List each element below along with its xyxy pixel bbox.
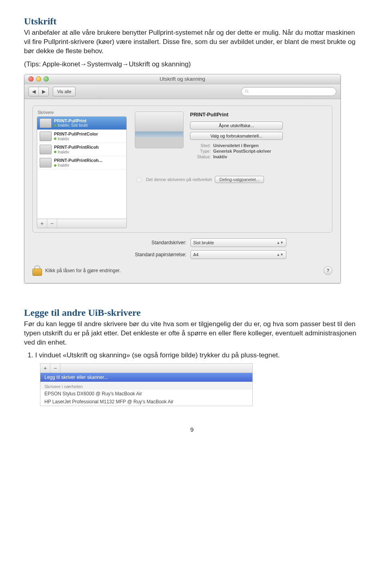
printers-list[interactable]: PRINT-PullPrint Inaktiv, Sist brukt PRIN…: [37, 116, 127, 219]
printer-icon: [40, 158, 52, 167]
section-title-add-printers: Legge til andre UiB-skrivere: [24, 307, 360, 318]
add-remove-bar: + −: [37, 219, 127, 228]
printer-icon: [40, 145, 52, 154]
printer-large-icon: [135, 112, 184, 148]
add-printer-button[interactable]: +: [37, 219, 47, 228]
search-icon: [245, 89, 250, 94]
default-printer-select[interactable]: Sist brukte▲▼: [190, 238, 286, 247]
step-1: I vinduet «Utskrift og skanning» (se ogs…: [35, 351, 360, 359]
share-printer-label: Del denne skriveren på nettverket: [146, 177, 212, 182]
window-titlebar: Utskrift og skanning: [24, 74, 340, 84]
section2-paragraph: Før du kan legge til andre skrivere bør …: [24, 320, 360, 347]
intro-paragraph: Vi anbefaler at alle våre brukere benytt…: [24, 28, 360, 56]
add-printer-menu: + − Legg til skriver eller skanner... Sk…: [40, 363, 253, 406]
lock-text: Klikk på låsen for å gjøre endringer.: [45, 268, 121, 273]
show-all-button[interactable]: Vis alle: [53, 87, 76, 96]
printer-item[interactable]: PRINT-PullPrintRicoh... Inaktiv: [37, 156, 126, 169]
status-dot-icon: [54, 164, 56, 167]
add-remove-bar-small: + −: [40, 364, 252, 373]
window-title: Utskrift og skanning: [24, 76, 340, 82]
printer-name: PRINT-PullPrintRicoh: [54, 145, 99, 150]
menu-nearby-printer[interactable]: HP LaserJet Professional M1132 MFP @ Ruy…: [40, 398, 252, 406]
mac-prefs-window: Utskrift og skanning ◀ ▶ Vis alle Skrive…: [24, 74, 341, 283]
menu-add-printer-scanner[interactable]: Legg til skriver eller skanner...: [40, 373, 252, 382]
default-paper-select[interactable]: A4▲▼: [190, 250, 286, 259]
status-dot-icon: [54, 124, 56, 127]
section-title-utskrift: Utskrift: [24, 16, 360, 27]
tips-line: (Tips: Apple-ikonet→Systemvalg→Utskrift …: [24, 60, 360, 69]
default-paper-label: Standard papirstørrelse:: [78, 252, 190, 257]
window-toolbar: ◀ ▶ Vis alle: [24, 84, 340, 99]
chevron-updown-icon: ▲▼: [276, 241, 284, 245]
menu-nearby-printer[interactable]: EPSON Stylus DX6000 @ Ruy's MacBook Air: [40, 390, 252, 398]
printer-item[interactable]: PRINT-PullPrintRicoh Inaktiv: [37, 143, 126, 156]
forward-icon[interactable]: ▶: [39, 87, 48, 96]
lock-icon[interactable]: [32, 265, 41, 276]
add-printer-button[interactable]: +: [40, 364, 50, 373]
remove-printer-button[interactable]: −: [50, 364, 60, 373]
printers-heading: Skrivere: [38, 110, 127, 115]
printer-item[interactable]: PRINT-PullPrint Inaktiv, Sist brukt: [37, 117, 126, 130]
status-dot-icon: [54, 138, 56, 140]
svg-point-0: [246, 90, 248, 92]
remove-printer-button[interactable]: −: [47, 219, 57, 228]
printer-item[interactable]: PRINT-PullPrintColor Inaktiv: [37, 130, 126, 143]
nav-back-forward[interactable]: ◀ ▶: [28, 87, 49, 96]
printer-name: PRINT-PullPrint: [54, 118, 88, 124]
svg-line-1: [248, 92, 249, 93]
chevron-updown-icon: ▲▼: [276, 253, 284, 257]
sharing-prefs-button[interactable]: Deling-valgpanelet...: [215, 176, 264, 183]
page-number: 9: [24, 426, 360, 433]
menu-section-nearby: Skrivere i nærheten: [40, 382, 252, 390]
printer-icon: [40, 118, 52, 128]
printer-icon: [40, 132, 52, 141]
default-printer-label: Standardskriver:: [78, 240, 190, 245]
share-printer-checkbox[interactable]: [136, 177, 142, 182]
printer-name: PRINT-PullPrintColor: [54, 132, 98, 137]
printer-name: PRINT-PullPrintRicoh...: [54, 158, 102, 163]
open-queue-button[interactable]: Åpne utskriftskø...: [190, 122, 283, 130]
selected-printer-name: PRINT-PullPrint: [190, 112, 326, 118]
options-supplies-button[interactable]: Valg og forbruksmateriell...: [190, 132, 283, 140]
help-button[interactable]: ?: [324, 266, 332, 275]
search-input[interactable]: [241, 87, 336, 96]
status-dot-icon: [54, 151, 56, 153]
back-icon[interactable]: ◀: [29, 87, 39, 96]
